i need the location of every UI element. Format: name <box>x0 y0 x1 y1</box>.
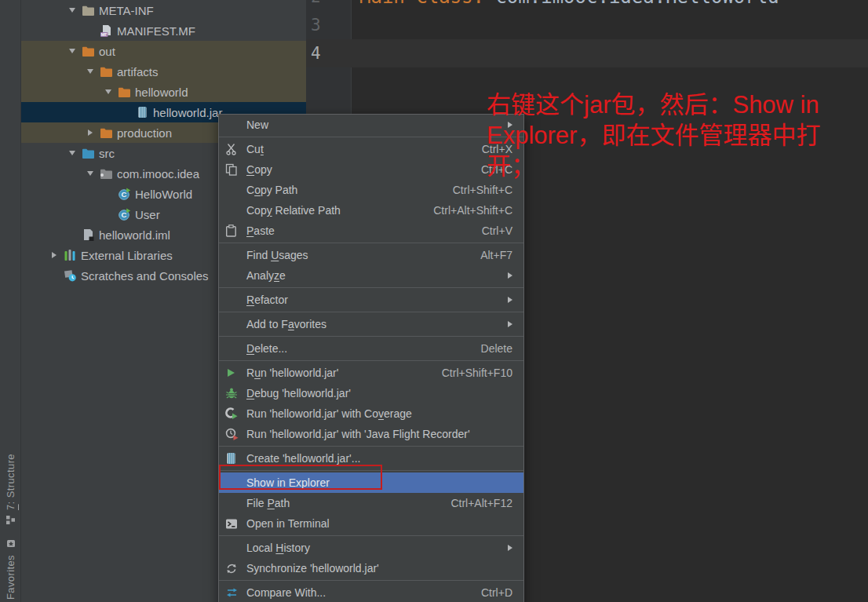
tree-item-label: production <box>117 126 172 140</box>
menu-item-shortcut: Ctrl+D <box>481 586 512 599</box>
editor-line: 4 <box>306 39 868 67</box>
tree-item-manifest-mf[interactable]: MFMANIFEST.MF <box>21 20 306 41</box>
menu-item-shortcut: Ctrl+Shift+C <box>453 184 512 196</box>
svg-text:MF: MF <box>101 31 108 36</box>
menu-item-copy[interactable]: CopyCtrl+C <box>219 159 523 180</box>
menu-item-find-usages[interactable]: Find UsagesAlt+F7 <box>219 245 523 265</box>
menu-separator <box>219 287 523 288</box>
menu-separator <box>219 446 523 447</box>
menu-item-analyze[interactable]: Analyze <box>219 265 523 286</box>
sync-icon <box>225 563 243 575</box>
compare-icon <box>225 587 243 598</box>
menu-item-local-history[interactable]: Local History <box>219 538 523 558</box>
profiler-icon <box>225 428 243 440</box>
chevron-collapsed-icon[interactable] <box>81 130 99 136</box>
menu-item-copy-relative-path[interactable]: Copy Relative PathCtrl+Alt+Shift+C <box>219 200 523 221</box>
menu-separator <box>219 312 523 312</box>
tree-item-label: Scratches and Consoles <box>81 269 209 283</box>
menu-item-label: Cut <box>243 143 264 155</box>
terminal-icon <box>225 518 243 530</box>
submenu-arrow-icon <box>508 297 512 303</box>
chevron-expanded-icon[interactable] <box>81 69 99 74</box>
menu-item-label: New <box>243 119 268 131</box>
menu-item-synchronize-helloworld-jar[interactable]: Synchronize 'helloworld.jar' <box>219 558 523 578</box>
menu-item-shortcut: Alt+F7 <box>480 249 512 261</box>
menu-item-label: Delete... <box>243 342 287 355</box>
menu-item-new[interactable]: New <box>219 115 523 135</box>
menu-separator <box>219 243 523 243</box>
editor-line: 3 <box>306 11 868 39</box>
tree-item-label: artifacts <box>117 65 159 78</box>
menu-item-run-helloworld-jar-with-coverage[interactable]: Run 'helloworld.jar' with Coverage <box>219 403 523 424</box>
menu-item-delete[interactable]: Delete...Delete <box>219 338 523 359</box>
tree-item-label: User <box>135 208 160 221</box>
chevron-expanded-icon[interactable] <box>63 151 81 155</box>
menu-item-paste[interactable]: PasteCtrl+V <box>219 221 523 241</box>
menu-separator <box>219 336 523 337</box>
coverage-icon <box>225 407 243 420</box>
tree-item-label: HelloWorld <box>135 188 192 201</box>
menu-item-label: Open in Terminal <box>243 517 330 530</box>
chevron-expanded-icon[interactable] <box>63 8 81 13</box>
folder-orange-icon <box>81 46 95 57</box>
menu-item-label: Compare With... <box>243 586 326 599</box>
chevron-expanded-icon[interactable] <box>81 171 99 176</box>
tree-item-meta-inf[interactable]: META-INF <box>21 0 306 20</box>
menu-item-label: Copy Path <box>243 184 297 196</box>
tree-item-label: helloworld <box>135 86 188 99</box>
line-number: 2 <box>306 0 352 11</box>
menu-item-shortcut: Ctrl+C <box>481 163 512 176</box>
menu-item-label: Run 'helloworld.jar' <box>243 367 338 379</box>
tree-item-label: helloworld.iml <box>99 228 170 242</box>
toolwindow-button-favorites[interactable]: Favorites <box>0 537 21 600</box>
menu-item-label: File Path <box>243 497 290 509</box>
tree-item-out[interactable]: out <box>21 41 306 61</box>
tree-item-label: MANIFEST.MF <box>117 24 195 38</box>
menu-item-compare-with[interactable]: Compare With...Ctrl+D <box>219 582 523 602</box>
menu-item-file-path[interactable]: File PathCtrl+Alt+F12 <box>219 493 523 513</box>
menu-item-label: Refactor <box>243 294 288 306</box>
chevron-collapsed-icon[interactable] <box>45 252 63 258</box>
tool-window-stripe: 7: Structure Favorites <box>0 0 21 602</box>
class-icon: C <box>117 188 131 200</box>
menu-item-shortcut: Delete <box>481 342 512 355</box>
chevron-expanded-icon[interactable] <box>63 49 81 53</box>
class-icon: C <box>117 208 131 221</box>
manifest-file-icon: MF <box>99 24 113 38</box>
tree-item-artifacts[interactable]: artifacts <box>21 61 306 82</box>
svg-text:C: C <box>121 190 126 199</box>
menu-item-label: Copy Relative Path <box>243 204 341 217</box>
chevron-expanded-icon[interactable] <box>99 89 117 94</box>
menu-item-label: Find Usages <box>243 249 308 261</box>
scratches-icon <box>63 269 77 282</box>
menu-item-shortcut: Ctrl+Shift+F10 <box>442 367 512 379</box>
menu-item-open-in-terminal[interactable]: Open in Terminal <box>219 513 523 534</box>
menu-item-copy-path[interactable]: Copy PathCtrl+Shift+C <box>219 180 523 200</box>
menu-item-label: Run 'helloworld.jar' with Coverage <box>243 407 412 420</box>
cut-icon <box>225 143 243 155</box>
menu-item-show-in-explorer[interactable]: Show in Explorer <box>219 472 523 493</box>
menu-item-label: Local History <box>243 542 310 554</box>
menu-item-label: Show in Explorer <box>243 476 330 489</box>
jar-icon <box>135 106 149 119</box>
tree-item-label: External Libraries <box>81 249 173 262</box>
menu-item-add-to-favorites[interactable]: Add to Favorites <box>219 314 523 334</box>
folder-orange-icon <box>99 127 113 139</box>
package-icon <box>99 168 113 180</box>
menu-item-refactor[interactable]: Refactor <box>219 290 523 310</box>
menu-item-run-helloworld-jar-with-java-flight-recorder[interactable]: Run 'helloworld.jar' with 'Java Flight R… <box>219 424 523 444</box>
tree-item-label: META-INF <box>99 4 154 17</box>
menu-separator <box>219 137 523 137</box>
menu-item-shortcut: Ctrl+X <box>482 143 512 155</box>
submenu-arrow-icon <box>508 321 512 327</box>
menu-item-run-helloworld-jar[interactable]: Run 'helloworld.jar'Ctrl+Shift+F10 <box>219 363 523 383</box>
line-number: 3 <box>306 11 352 39</box>
tree-item-label: src <box>99 147 115 160</box>
tree-item-helloworld[interactable]: helloworld <box>21 82 306 102</box>
menu-item-label: Analyze <box>243 269 286 282</box>
favorites-button-label: Favorites <box>5 555 16 600</box>
toolwindow-button-structure[interactable]: 7: Structure <box>0 454 21 528</box>
menu-item-create-helloworld-jar[interactable]: Create 'helloworld.jar'... <box>219 448 523 469</box>
menu-item-cut[interactable]: CutCtrl+X <box>219 139 523 159</box>
menu-item-debug-helloworld-jar[interactable]: Debug 'helloworld.jar' <box>219 383 523 403</box>
